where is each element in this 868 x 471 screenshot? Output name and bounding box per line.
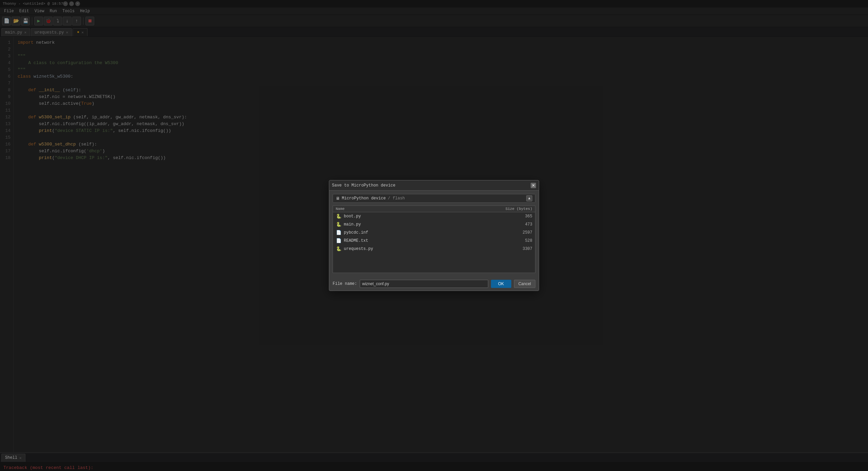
dialog-path: / flash [388,196,405,201]
file-list[interactable]: 🐍 boot.py 365 🐍 main.py 473 📄 pybcdc.inf… [333,212,535,273]
cancel-button[interactable]: Cancel [514,280,535,288]
dialog-up-button[interactable]: ▲ [526,195,532,201]
ok-button[interactable]: OK [491,280,511,288]
dialog-close-button[interactable]: ✕ [531,183,536,188]
file-row-main-py[interactable]: 🐍 main.py 473 [333,220,535,229]
file-row-README-txt[interactable]: 📄 README.txt 528 [333,237,535,245]
header-size: Size (bytes) [498,207,532,211]
filename-label: File name: [333,281,357,286]
file-icon: 🐍 [336,246,342,252]
dialog-location-bar: 🖥 MicroPython device / flash ▲ [333,194,535,203]
file-row-pybcdc-inf[interactable]: 📄 pybcdc.inf 2597 [333,229,535,237]
file-icon: 🐍 [336,221,342,228]
dialog-body: 🖥 MicroPython device / flash ▲ Name Size… [329,191,539,276]
file-icon: 🐍 [336,213,342,219]
file-icon: 📄 [336,230,342,236]
file-name: main.py [344,222,498,227]
dialog-location-label: MicroPython device [342,196,386,201]
micropython-device-icon: 🖥 [336,196,340,201]
dialog-overlay: Save to MicroPython device ✕ 🖥 MicroPyth… [0,0,868,471]
file-name: README.txt [344,238,498,243]
filename-input[interactable] [360,280,488,288]
file-row-urequests-py[interactable]: 🐍 urequests.py 3307 [333,245,535,253]
file-size: 528 [498,238,532,243]
dialog-footer: File name: OK Cancel [329,276,539,291]
save-dialog: Save to MicroPython device ✕ 🖥 MicroPyth… [329,180,539,291]
file-size: 3307 [498,247,532,251]
file-name: urequests.py [344,247,498,251]
file-row-boot-py[interactable]: 🐍 boot.py 365 [333,212,535,220]
file-size: 473 [498,222,532,227]
file-name: pybcdc.inf [344,230,498,235]
file-list-header: Name Size (bytes) [333,205,535,212]
dialog-title-text: Save to MicroPython device [332,183,531,188]
file-name: boot.py [344,214,498,219]
file-size: 2597 [498,230,532,235]
file-icon: 📄 [336,238,342,244]
header-name: Name [336,207,498,211]
file-size: 365 [498,214,532,219]
dialog-title-bar: Save to MicroPython device ✕ [329,180,539,191]
